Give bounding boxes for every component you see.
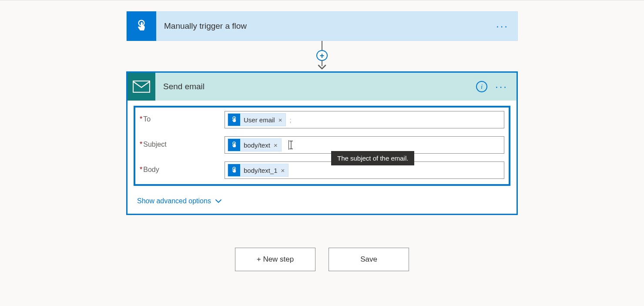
token-body-text-1[interactable]: body/text_1 ×	[228, 164, 288, 177]
footer-buttons: + New step Save	[126, 248, 518, 271]
field-row-to: *To User email × ;	[140, 111, 504, 128]
connector: +	[316, 41, 328, 71]
arrow-down-icon	[316, 60, 328, 71]
field-label-to: *To	[140, 111, 225, 123]
trailing-semicolon: ;	[289, 116, 291, 124]
chevron-down-icon	[215, 197, 221, 205]
form-highlight-area: *To User email × ; *Subject	[134, 106, 510, 186]
show-advanced-options-link[interactable]: Show advanced options	[137, 197, 221, 205]
flow-canvas: Manually trigger a flow ··· + Send email…	[0, 0, 644, 271]
mail-icon	[127, 73, 155, 101]
token-user-email[interactable]: User email ×	[228, 113, 286, 126]
manual-trigger-icon	[228, 139, 240, 151]
action-card-send-email: Send email i ··· *To User email ×	[126, 71, 518, 215]
action-form-body: *To User email × ; *Subject	[127, 101, 517, 189]
text-cursor-icon	[288, 140, 289, 150]
field-row-body: *Body body/text_1 ×	[140, 161, 504, 179]
action-title: Send email	[163, 82, 476, 91]
to-input[interactable]: User email × ;	[225, 111, 504, 128]
action-menu-button[interactable]: ···	[495, 81, 508, 93]
advanced-options-row: Show advanced options	[127, 189, 517, 214]
action-header[interactable]: Send email i ···	[127, 73, 517, 101]
trigger-menu-button[interactable]: ···	[496, 20, 509, 32]
trigger-title: Manually trigger a flow	[164, 21, 496, 31]
manual-trigger-icon	[228, 114, 240, 126]
required-indicator: *	[140, 166, 142, 173]
save-button[interactable]: Save	[329, 248, 409, 271]
field-label-body: *Body	[140, 161, 225, 174]
subject-tooltip: The subject of the email.	[331, 151, 414, 165]
manual-trigger-icon	[228, 164, 240, 176]
field-label-subject: *Subject	[140, 136, 225, 148]
info-icon[interactable]: i	[476, 81, 487, 92]
field-row-subject: *Subject body/text ×	[140, 136, 504, 154]
token-remove-button[interactable]: ×	[278, 116, 282, 124]
connector-line	[322, 41, 322, 50]
required-indicator: *	[140, 141, 142, 148]
new-step-button[interactable]: + New step	[235, 248, 315, 271]
trigger-card[interactable]: Manually trigger a flow ···	[126, 11, 518, 41]
required-indicator: *	[140, 115, 142, 123]
token-remove-button[interactable]: ×	[281, 167, 285, 174]
token-remove-button[interactable]: ×	[274, 141, 278, 149]
manual-trigger-icon	[127, 11, 156, 41]
add-step-between-button[interactable]: +	[316, 50, 328, 61]
token-body-text[interactable]: body/text ×	[228, 138, 282, 151]
